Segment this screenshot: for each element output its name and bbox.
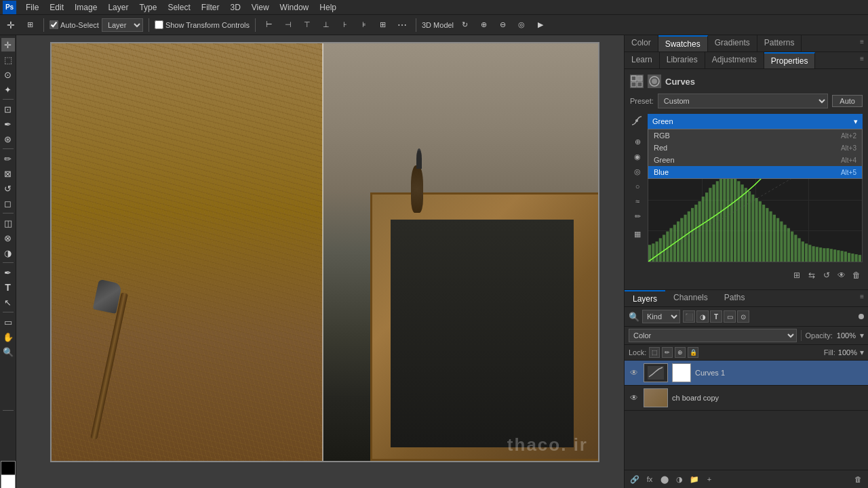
shape-tool-icon[interactable]: ▭ bbox=[1, 315, 15, 329]
artboard-button[interactable]: ⊞ bbox=[22, 17, 38, 33]
curves-eyedropper-black[interactable]: ◉ bbox=[631, 150, 644, 163]
tab-layers[interactable]: Layers bbox=[625, 290, 665, 306]
gradient-tool-icon[interactable]: ◫ bbox=[1, 216, 15, 230]
dodge-tool-icon[interactable]: ◑ bbox=[1, 246, 15, 260]
menu-view[interactable]: View bbox=[246, 1, 275, 14]
filter-smart-icon[interactable]: ⊙ bbox=[737, 310, 749, 323]
add-style-icon[interactable]: fx bbox=[644, 473, 656, 485]
path-select-icon[interactable]: ↖ bbox=[1, 296, 15, 309]
pen-tool-icon[interactable]: ✒ bbox=[1, 266, 15, 279]
preset-select[interactable]: Custom Default Strong Contrast Linear Co… bbox=[658, 94, 829, 108]
filter-shape-icon[interactable]: ▭ bbox=[724, 310, 736, 323]
3d-more-button[interactable]: ▶ bbox=[532, 17, 549, 33]
filter-adjust-icon[interactable]: ◑ bbox=[696, 310, 709, 323]
layers-color-select[interactable]: Color Red Orange Yellow bbox=[629, 329, 797, 342]
align-center-v-button[interactable]: ⊦ bbox=[337, 17, 353, 33]
menu-file[interactable]: File bbox=[20, 1, 44, 14]
filter-type-icon[interactable]: T bbox=[710, 310, 722, 323]
tab-channels[interactable]: Channels bbox=[665, 290, 716, 306]
3d-scale-button[interactable]: ⊖ bbox=[494, 17, 511, 33]
foreground-color[interactable] bbox=[1, 461, 16, 476]
3d-pan-button[interactable]: ⊕ bbox=[475, 17, 492, 33]
align-right-button[interactable]: ⊤ bbox=[299, 17, 315, 33]
align-bottom-button[interactable]: ⊧ bbox=[356, 17, 372, 33]
secondary-panel-collapse[interactable]: ≡ bbox=[856, 52, 868, 68]
healing-brush-icon[interactable]: ⊛ bbox=[1, 132, 15, 146]
curves-wave-icon[interactable]: ≈ bbox=[631, 195, 644, 207]
eyedropper-icon[interactable]: ✒ bbox=[1, 117, 15, 131]
curves-eyedropper-white[interactable]: ○ bbox=[631, 180, 644, 192]
crop-tool-icon[interactable]: ⊡ bbox=[1, 102, 15, 116]
brush-tool-icon[interactable]: ✏ bbox=[1, 152, 15, 165]
tab-libraries[interactable]: Libraries bbox=[660, 52, 705, 68]
add-mask-icon[interactable]: ⬤ bbox=[658, 473, 671, 485]
quick-select-icon[interactable]: ✦ bbox=[1, 83, 15, 96]
align-left-button[interactable]: ⊢ bbox=[261, 17, 277, 33]
auto-button[interactable]: Auto bbox=[832, 95, 863, 107]
tab-adjustments[interactable]: Adjustments bbox=[705, 52, 764, 68]
align-center-h-button[interactable]: ⊣ bbox=[280, 17, 296, 33]
tab-learn[interactable]: Learn bbox=[625, 52, 660, 68]
tab-paths[interactable]: Paths bbox=[716, 290, 753, 306]
channel-option-green[interactable]: Green Alt+4 bbox=[648, 154, 862, 166]
selection-tool-icon[interactable]: ⬚ bbox=[1, 53, 15, 66]
curves-visibility-icon[interactable]: 👁 bbox=[835, 269, 848, 281]
history-brush-icon[interactable]: ↺ bbox=[1, 182, 15, 195]
text-tool-icon[interactable]: T bbox=[1, 281, 15, 294]
layers-panel-collapse[interactable]: ≡ bbox=[856, 290, 868, 306]
channel-dropdown-selected[interactable]: Green ▾ bbox=[648, 114, 863, 129]
lasso-tool-icon[interactable]: ⊙ bbox=[1, 68, 15, 81]
curves-reset-icon[interactable]: ↺ bbox=[821, 269, 833, 281]
new-layer-icon[interactable]: + bbox=[703, 473, 715, 485]
delete-layer-icon[interactable]: 🗑 bbox=[852, 473, 864, 485]
distribute-button[interactable]: ⊞ bbox=[375, 17, 391, 33]
layer-eye-curves1[interactable]: 👁 bbox=[629, 367, 639, 378]
opacity-dropdown-arrow[interactable]: ▾ bbox=[860, 331, 864, 340]
menu-help[interactable]: Help bbox=[314, 1, 342, 14]
tab-gradients[interactable]: Gradients bbox=[708, 35, 757, 52]
3d-camera-button[interactable]: ◎ bbox=[513, 17, 530, 33]
eraser-tool-icon[interactable]: ◻ bbox=[1, 197, 15, 210]
lock-artboard-icon[interactable]: ⊕ bbox=[675, 347, 686, 358]
channel-option-red[interactable]: Red Alt+3 bbox=[648, 142, 862, 154]
layer-select[interactable]: Layer Group bbox=[102, 18, 143, 32]
top-panel-collapse[interactable]: ≡ bbox=[856, 35, 868, 52]
lock-position-icon[interactable]: ✏ bbox=[662, 347, 673, 358]
blur-tool-icon[interactable]: ⊗ bbox=[1, 231, 15, 245]
align-top-button[interactable]: ⊥ bbox=[318, 17, 334, 33]
tab-swatches[interactable]: Swatches bbox=[658, 35, 708, 52]
lock-all-icon[interactable]: 🔒 bbox=[688, 347, 698, 358]
menu-layer[interactable]: Layer bbox=[102, 1, 134, 14]
lock-pixels-icon[interactable]: ⬚ bbox=[649, 347, 660, 358]
layer-item-curves1[interactable]: 👁 Curves 1 bbox=[625, 361, 868, 386]
menu-3d[interactable]: 3D bbox=[224, 1, 245, 14]
new-group-icon[interactable]: 📁 bbox=[688, 473, 701, 485]
menu-type[interactable]: Type bbox=[134, 1, 162, 14]
curves-bar-chart-icon[interactable]: ▦ bbox=[631, 228, 644, 240]
channel-option-blue[interactable]: Blue Alt+5 bbox=[648, 166, 862, 178]
background-color[interactable] bbox=[1, 474, 16, 488]
more-options-button[interactable]: ⋯ bbox=[394, 17, 410, 33]
curves-eyedropper-grey[interactable]: ◎ bbox=[631, 165, 644, 178]
filter-pixel-icon[interactable]: ⬛ bbox=[683, 310, 695, 323]
layer-eye-chboard[interactable]: 👁 bbox=[629, 392, 639, 403]
hand-tool-icon[interactable]: ✋ bbox=[1, 330, 15, 344]
menu-select[interactable]: Select bbox=[162, 1, 195, 14]
curves-add-point-icon[interactable]: ⊞ bbox=[791, 269, 803, 281]
move-tool-icon[interactable]: ✛ bbox=[1, 38, 15, 52]
curves-flip-icon[interactable]: ⇆ bbox=[806, 269, 818, 281]
fill-dropdown-arrow[interactable]: ▾ bbox=[860, 348, 864, 357]
filter-active-dot[interactable] bbox=[859, 314, 864, 319]
show-transform-checkbox[interactable] bbox=[155, 20, 163, 29]
channel-option-rgb[interactable]: RGB Alt+2 bbox=[648, 129, 862, 142]
tab-color[interactable]: Color bbox=[625, 35, 658, 52]
move-tool-button[interactable]: ✛ bbox=[3, 17, 19, 33]
curves-delete-icon[interactable]: 🗑 bbox=[850, 269, 863, 281]
new-adjustment-icon[interactable]: ◑ bbox=[673, 473, 686, 485]
clone-stamp-icon[interactable]: ⊠ bbox=[1, 167, 15, 180]
tab-patterns[interactable]: Patterns bbox=[757, 35, 802, 52]
curves-pointer-tool[interactable]: ⊕ bbox=[631, 136, 644, 148]
link-layers-icon[interactable]: 🔗 bbox=[629, 473, 641, 485]
zoom-tool-icon[interactable]: 🔍 bbox=[1, 345, 15, 359]
3d-rotate-button[interactable]: ↻ bbox=[456, 17, 473, 33]
